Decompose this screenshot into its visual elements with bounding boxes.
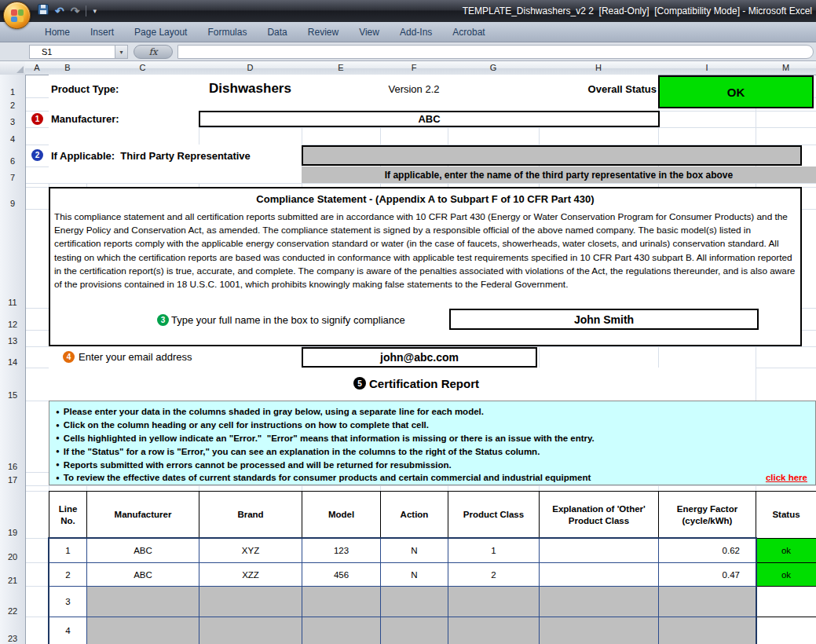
row-header-11[interactable]: 11: [0, 209, 26, 309]
table-header-action[interactable]: Action: [380, 491, 448, 539]
table-cell-row2-model[interactable]: 456: [302, 562, 381, 587]
overall-status-value: OK: [658, 75, 814, 108]
table-header-status[interactable]: Status: [756, 491, 816, 539]
manufacturer-input[interactable]: ABC: [199, 111, 660, 127]
table-cell-row4-model[interactable]: [302, 617, 381, 644]
row-header-20[interactable]: 20: [0, 538, 26, 563]
step-3-badge: 3: [157, 314, 169, 326]
table-cell-row3-product-class[interactable]: [448, 586, 540, 617]
row-header-2[interactable]: 2: [0, 97, 26, 112]
tab-review[interactable]: Review: [298, 22, 349, 42]
table-cell-row4-action[interactable]: [380, 617, 448, 644]
row-header-16[interactable]: 16: [0, 401, 26, 473]
name-box-dropdown-icon[interactable]: ▾: [115, 45, 128, 59]
name-box[interactable]: S1: [29, 45, 115, 59]
table-cell-row4-energy-factor[interactable]: [658, 617, 756, 644]
click-here-link[interactable]: click here: [766, 473, 811, 482]
table-cell-row2-manufacturer[interactable]: ABC: [86, 562, 199, 587]
row-header-22[interactable]: 22: [0, 586, 26, 617]
row-header-12[interactable]: 12: [0, 308, 26, 331]
table-header-manufacturer[interactable]: Manufacturer: [86, 491, 199, 539]
table-cell-row4-manufacturer[interactable]: [86, 617, 199, 644]
table-header-energy-factor[interactable]: Energy Factor (cycle/kWh): [658, 491, 756, 539]
signature-input[interactable]: John Smith: [449, 309, 759, 330]
column-header-C[interactable]: C: [86, 61, 199, 75]
formula-input[interactable]: [177, 45, 814, 59]
insert-function-button[interactable]: fx: [134, 45, 173, 59]
row-header-23[interactable]: 23: [0, 617, 26, 644]
table-cell-row2-action[interactable]: N: [380, 562, 448, 587]
table-cell-row1-model[interactable]: 123: [302, 538, 381, 563]
office-button[interactable]: [3, 2, 31, 29]
certification-report-title: Certification Report: [369, 373, 479, 393]
table-header-explanation[interactable]: Explanation of 'Other' Product Class: [539, 491, 659, 539]
table-cell-row1-energy-factor[interactable]: 0.62: [658, 538, 756, 563]
table-header-product-class[interactable]: Product Class: [448, 491, 540, 539]
table-cell-row2-product-class[interactable]: 2: [448, 562, 540, 587]
column-header-G[interactable]: G: [448, 61, 540, 75]
table-header-line[interactable]: Line No.: [49, 491, 87, 539]
table-cell-row2-brand[interactable]: XZZ: [199, 562, 302, 587]
tab-page-layout[interactable]: Page Layout: [124, 22, 197, 42]
column-header-F[interactable]: F: [380, 61, 448, 75]
row-header-6[interactable]: 6: [0, 145, 26, 167]
row-header-15[interactable]: 15: [0, 368, 26, 401]
tab-data[interactable]: Data: [257, 22, 297, 42]
status-cell-row3: [756, 586, 816, 617]
table-cell-row3-line[interactable]: 3: [49, 586, 87, 617]
column-header-B[interactable]: B: [49, 61, 87, 75]
column-header-D[interactable]: D: [199, 61, 302, 75]
select-all-corner[interactable]: [0, 61, 26, 75]
table-cell-row3-energy-factor[interactable]: [658, 586, 756, 617]
email-input[interactable]: john@abc.com: [302, 347, 537, 368]
tab-home[interactable]: Home: [35, 22, 80, 42]
table-cell-row1-action[interactable]: N: [380, 538, 448, 563]
tab-view[interactable]: View: [349, 22, 390, 42]
table-header-model[interactable]: Model: [302, 491, 381, 539]
row-header-17[interactable]: 17: [0, 472, 26, 486]
tab-insert[interactable]: Insert: [80, 22, 124, 42]
table-cell-row3-model[interactable]: [302, 586, 381, 617]
row-header-7[interactable]: 7: [0, 166, 26, 184]
table-cell-row4-product-class[interactable]: [448, 617, 540, 644]
column-header-I[interactable]: I: [658, 61, 756, 75]
undo-icon[interactable]: ↶: [55, 3, 64, 19]
row-header-4[interactable]: 4: [0, 127, 26, 145]
table-cell-row1-product-class[interactable]: 1: [448, 538, 540, 563]
table-cell-row2-energy-factor[interactable]: 0.47: [658, 562, 756, 587]
excel-window: ↶ ↷ ▾ TEMPLATE_Dishwashers_v2 2 [Read-On…: [0, 0, 816, 644]
tab-add-ins[interactable]: Add-Ins: [390, 22, 442, 42]
tab-formulas[interactable]: Formulas: [197, 22, 257, 42]
column-header-H[interactable]: H: [539, 61, 659, 75]
instruction-bullet-line: ●Cells highlighted in yellow indicate an…: [54, 432, 811, 445]
table-cell-row3-explanation[interactable]: [539, 586, 659, 617]
table-cell-row1-manufacturer[interactable]: ABC: [86, 538, 199, 563]
qat-customize-dropdown-icon[interactable]: ▾: [93, 7, 97, 15]
row-header-14[interactable]: 14: [0, 346, 26, 368]
table-cell-row1-explanation[interactable]: [539, 538, 659, 563]
table-cell-row4-brand[interactable]: [199, 617, 302, 644]
row-header-13[interactable]: 13: [0, 330, 26, 347]
table-cell-row3-manufacturer[interactable]: [86, 586, 199, 617]
third-party-input[interactable]: [302, 145, 802, 166]
row-header-9[interactable]: 9: [0, 187, 26, 210]
table-cell-row1-brand[interactable]: XYZ: [199, 538, 302, 563]
table-cell-row4-explanation[interactable]: [539, 617, 659, 644]
tab-acrobat[interactable]: Acrobat: [442, 22, 495, 42]
table-cell-row3-action[interactable]: [380, 586, 448, 617]
column-header-E[interactable]: E: [302, 61, 381, 75]
redo-icon[interactable]: ↷: [71, 3, 80, 19]
save-icon[interactable]: [38, 3, 49, 19]
table-cell-row1-line[interactable]: 1: [49, 538, 87, 563]
row-header-21[interactable]: 21: [0, 562, 26, 587]
row-header-3[interactable]: 3: [0, 111, 26, 128]
column-header-M[interactable]: M: [756, 61, 816, 75]
table-cell-row2-explanation[interactable]: [539, 562, 659, 587]
table-header-brand[interactable]: Brand: [199, 491, 302, 539]
row-header-19[interactable]: 19: [0, 491, 26, 539]
table-cell-row3-brand[interactable]: [199, 586, 302, 617]
table-cell-row4-line[interactable]: 4: [49, 617, 87, 644]
row-header-1[interactable]: 1: [0, 75, 26, 98]
table-cell-row2-line[interactable]: 2: [49, 562, 87, 587]
column-header-A[interactable]: A: [25, 61, 49, 75]
